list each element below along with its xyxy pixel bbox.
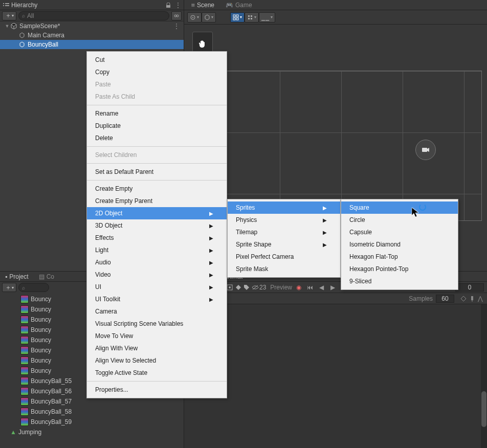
- tab-console[interactable]: ▤ Co: [34, 272, 59, 281]
- context-menu-sprites: SquareCircleCapsuleIsometric DiamondHexa…: [341, 199, 458, 290]
- hidden-icon[interactable]: 23: [252, 284, 266, 291]
- menu-item[interactable]: Copy: [87, 66, 227, 78]
- menu-item[interactable]: 9-Sliced: [341, 275, 458, 287]
- menu-item[interactable]: Isometric Diamond: [341, 238, 458, 251]
- expand-arrow-icon[interactable]: ▼: [4, 24, 10, 29]
- svg-rect-10: [236, 15, 238, 17]
- preview-label[interactable]: Preview: [270, 284, 292, 291]
- menu-item-label: Hexagon Flat-Top: [349, 253, 398, 260]
- menu-item[interactable]: Toggle Active State: [87, 367, 227, 379]
- menu-item[interactable]: Light▶: [87, 244, 227, 256]
- menu-item[interactable]: Hexagon Flat-Top: [341, 251, 458, 263]
- menu-item[interactable]: Square: [341, 201, 458, 214]
- animation-timeline[interactable]: [184, 304, 487, 448]
- first-frame-button[interactable]: ⏮: [305, 284, 315, 291]
- more-icon[interactable]: ⋮: [175, 2, 181, 9]
- menu-item[interactable]: Visual Scripting Scene Variables: [87, 318, 227, 330]
- svg-point-5: [174, 15, 176, 17]
- sprite-asset-icon: [20, 336, 29, 344]
- menu-item-label: Create Empty Parent: [95, 197, 152, 205]
- tab-project[interactable]: ▪ Project: [0, 272, 34, 281]
- animation-clip-icon: ▲: [10, 429, 16, 436]
- menu-item[interactable]: Camera: [87, 305, 227, 318]
- menu-item[interactable]: Align View to Selected: [87, 354, 227, 367]
- menu-item[interactable]: Circle: [341, 214, 458, 226]
- item-label: Main Camera: [28, 32, 64, 39]
- tab-scene[interactable]: ⌗ Scene: [186, 1, 219, 10]
- scene-row[interactable]: ▼ SampleScene* ⋮: [0, 21, 184, 31]
- tab-game[interactable]: 🎮 Game: [220, 1, 257, 10]
- menu-item[interactable]: Align With View: [87, 342, 227, 354]
- frame-field[interactable]: 0: [455, 283, 484, 292]
- timeline-scrollbar[interactable]: [481, 304, 487, 448]
- snap-settings-button[interactable]: ⎯⎯▾: [259, 12, 275, 23]
- menu-item-label: Sprite Mask: [236, 265, 268, 273]
- hierarchy-item-selected[interactable]: BouncyBall: [0, 40, 184, 49]
- submenu-arrow-icon: ▶: [199, 272, 213, 278]
- menu-item[interactable]: Capsule: [341, 226, 458, 238]
- menu-item[interactable]: UI Toolkit▶: [87, 293, 227, 305]
- menu-item[interactable]: Delete: [87, 132, 227, 144]
- samples-field[interactable]: 60: [436, 295, 454, 303]
- create-button[interactable]: ＋▾: [2, 11, 16, 20]
- submenu-arrow-icon: ▶: [313, 217, 327, 223]
- menu-item[interactable]: Set as Default Parent: [87, 166, 227, 178]
- menu-item-label: 3D Object: [95, 222, 122, 229]
- create-asset-button[interactable]: ＋▾: [2, 283, 16, 292]
- play-button[interactable]: ▶: [328, 284, 337, 291]
- menu-item[interactable]: Properties...: [87, 384, 227, 396]
- svg-rect-16: [251, 18, 252, 19]
- scrollbar-thumb[interactable]: [481, 391, 486, 427]
- menu-item[interactable]: Cut: [87, 54, 227, 66]
- menu-item[interactable]: Video▶: [87, 268, 227, 281]
- menu-item-label: Sprite Shape: [236, 241, 271, 248]
- filter-button[interactable]: [171, 11, 182, 20]
- menu-item[interactable]: 2D Object▶: [87, 207, 227, 219]
- grid-snap-button[interactable]: ▾: [230, 12, 245, 23]
- tag-icon[interactable]: [243, 284, 250, 290]
- add-keyframe-icon[interactable]: [460, 296, 467, 302]
- menu-item[interactable]: Sprite Shape▶: [228, 238, 340, 251]
- key-icon[interactable]: [235, 284, 241, 290]
- menu-item[interactable]: Pixel Perfect Camera: [228, 251, 340, 263]
- menu-item[interactable]: 3D Object▶: [87, 219, 227, 232]
- menu-item[interactable]: Create Empty Parent: [87, 195, 227, 207]
- menu-item[interactable]: Effects▶: [87, 232, 227, 244]
- add-event-icon[interactable]: [470, 296, 475, 302]
- hierarchy-item[interactable]: Main Camera: [0, 31, 184, 40]
- project-search-input[interactable]: ⌕: [18, 283, 49, 292]
- menu-item[interactable]: Create Empty: [87, 183, 227, 195]
- menu-item[interactable]: Duplicate: [87, 120, 227, 132]
- project-item[interactable]: BouncyBall_58: [20, 407, 184, 417]
- menu-item[interactable]: Tilemap▶: [228, 226, 340, 238]
- menu-item[interactable]: Hexagon Pointed-Top: [341, 263, 458, 275]
- menu-item[interactable]: Rename: [87, 107, 227, 120]
- project-item-animation[interactable]: ▲Jumping: [10, 427, 184, 437]
- menu-item[interactable]: UI▶: [87, 281, 227, 293]
- menu-item-label: 9-Sliced: [349, 278, 371, 285]
- svg-rect-12: [236, 18, 238, 20]
- snap-increment-button[interactable]: ▾: [245, 12, 259, 23]
- menu-item[interactable]: Physics▶: [228, 214, 340, 226]
- more-icon[interactable]: ⋮: [173, 23, 184, 30]
- folder-icon: ▪: [5, 273, 7, 280]
- menu-item[interactable]: Sprites▶: [228, 201, 340, 214]
- handle-button[interactable]: ▾: [202, 12, 216, 23]
- lock-icon[interactable]: [166, 3, 171, 8]
- camera-gizmo[interactable]: [415, 140, 436, 160]
- menu-item-label: Isometric Diamond: [349, 241, 401, 248]
- prev-frame-button[interactable]: ◀: [317, 284, 326, 291]
- menu-item[interactable]: Audio▶: [87, 256, 227, 268]
- menu-item-label: Rename: [95, 110, 118, 117]
- menu-item[interactable]: Move To View: [87, 330, 227, 342]
- project-item[interactable]: BouncyBall_59: [20, 417, 184, 427]
- pivot-button[interactable]: ▾: [187, 12, 202, 23]
- menu-item-label: Hexagon Pointed-Top: [349, 265, 408, 273]
- dopesheet-icon[interactable]: [226, 284, 233, 291]
- menu-item-label: Pixel Perfect Camera: [236, 253, 294, 260]
- record-button[interactable]: ◉: [294, 284, 303, 291]
- waveform-icon[interactable]: ⋀: [478, 295, 483, 302]
- svg-rect-17: [422, 148, 427, 152]
- menu-item[interactable]: Sprite Mask: [228, 263, 340, 275]
- search-input[interactable]: ⌕ All: [18, 11, 169, 20]
